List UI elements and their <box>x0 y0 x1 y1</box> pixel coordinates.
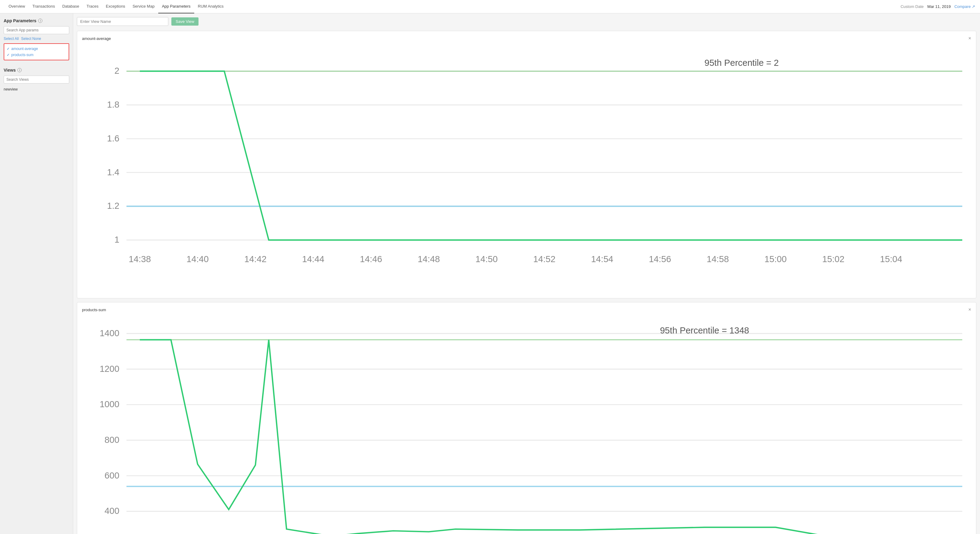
svg-text:400: 400 <box>105 506 119 516</box>
chart-container-amount-average: 2 1.8 1.6 1.4 1.2 1 14:38 14:40 14:42 14… <box>82 44 971 293</box>
svg-text:14:58: 14:58 <box>706 254 729 264</box>
svg-text:14:42: 14:42 <box>244 254 267 264</box>
chart-header-amount-average: amount-average × <box>82 36 971 41</box>
custom-date-value: Mar 11, 2019 <box>927 4 951 9</box>
svg-text:15:00: 15:00 <box>764 254 787 264</box>
nav-item-overview[interactable]: Overview <box>5 0 29 13</box>
svg-text:800: 800 <box>105 435 119 445</box>
views-section: Views i newview <box>4 68 69 93</box>
select-links: Select All Select None <box>4 37 69 41</box>
check-icon: ✓ <box>7 47 10 51</box>
app-params-info-icon[interactable]: i <box>38 19 42 23</box>
svg-text:1: 1 <box>115 235 119 245</box>
svg-text:1400: 1400 <box>100 329 119 339</box>
app-params-section: App Parameters i Select All Select None … <box>4 18 69 60</box>
search-app-params-input[interactable] <box>4 26 69 34</box>
svg-text:2: 2 <box>115 66 119 76</box>
param-list: ✓ amount-average ✓ products-sum <box>4 43 69 60</box>
svg-text:14:56: 14:56 <box>649 254 671 264</box>
svg-text:1.2: 1.2 <box>107 201 119 211</box>
svg-text:14:44: 14:44 <box>302 254 325 264</box>
save-view-bar: Save View <box>77 17 976 26</box>
chart-container-products-sum: 1400 1200 1000 800 600 400 14:38 14:40 1… <box>82 316 971 534</box>
content-area: Save View amount-average × 2 <box>73 13 980 534</box>
search-views-input[interactable] <box>4 76 69 84</box>
svg-text:95th Percentile = 1348: 95th Percentile = 1348 <box>660 326 749 335</box>
close-chart-amount-average-button[interactable]: × <box>969 36 971 41</box>
custom-date-label: Custom Date <box>900 4 924 9</box>
svg-text:600: 600 <box>105 470 119 480</box>
views-title-text: Views <box>4 68 16 73</box>
chart-svg-amount-average: 2 1.8 1.6 1.4 1.2 1 14:38 14:40 14:42 14… <box>82 44 971 293</box>
sidebar: App Parameters i Select All Select None … <box>0 13 73 534</box>
app-params-title-text: App Parameters <box>4 18 36 23</box>
nav-item-service-map[interactable]: Service Map <box>129 0 158 13</box>
svg-text:14:48: 14:48 <box>418 254 440 264</box>
nav-item-exceptions[interactable]: Exceptions <box>102 0 129 13</box>
chart-panel-amount-average: amount-average × 2 1.8 1.6 1.4 <box>77 31 976 299</box>
views-info-icon[interactable]: i <box>18 68 22 72</box>
save-view-button[interactable]: Save View <box>171 17 199 25</box>
svg-text:14:40: 14:40 <box>187 254 209 264</box>
top-navigation: Overview Transactions Database Traces Ex… <box>0 0 980 13</box>
svg-text:1200: 1200 <box>100 364 119 373</box>
views-title: Views i <box>4 68 69 73</box>
svg-text:15:02: 15:02 <box>822 254 845 264</box>
nav-item-traces[interactable]: Traces <box>83 0 102 13</box>
chart-title-products-sum: products-sum <box>82 308 106 312</box>
param-label-amount-average: amount-average <box>11 47 38 51</box>
param-label-products-sum: products-sum <box>11 53 33 57</box>
svg-text:14:50: 14:50 <box>476 254 498 264</box>
svg-text:1.6: 1.6 <box>107 134 119 143</box>
svg-text:14:46: 14:46 <box>360 254 382 264</box>
chart-header-products-sum: products-sum × <box>82 307 971 312</box>
param-item-amount-average[interactable]: ✓ amount-average <box>7 46 66 52</box>
nav-item-transactions[interactable]: Transactions <box>29 0 59 13</box>
svg-text:15:04: 15:04 <box>880 254 902 264</box>
svg-text:14:38: 14:38 <box>129 254 151 264</box>
select-all-link[interactable]: Select All <box>4 37 19 41</box>
view-item-newview[interactable]: newview <box>4 86 69 93</box>
svg-text:14:54: 14:54 <box>591 254 613 264</box>
svg-text:14:52: 14:52 <box>533 254 555 264</box>
chart-title-amount-average: amount-average <box>82 36 111 41</box>
compare-button[interactable]: Compare ↗ <box>955 4 975 9</box>
chart-panel-products-sum: products-sum × 1400 1200 1000 800 <box>77 302 976 534</box>
main-layout: App Parameters i Select All Select None … <box>0 13 980 534</box>
close-chart-products-sum-button[interactable]: × <box>969 307 971 312</box>
nav-item-database[interactable]: Database <box>59 0 83 13</box>
app-params-title: App Parameters i <box>4 18 69 23</box>
select-none-link[interactable]: Select None <box>21 37 41 41</box>
svg-text:1.4: 1.4 <box>107 167 119 177</box>
chart-svg-products-sum: 1400 1200 1000 800 600 400 14:38 14:40 1… <box>82 316 971 534</box>
nav-item-app-parameters[interactable]: App Parameters <box>158 0 194 13</box>
nav-right: Custom Date Mar 11, 2019 Compare ↗ <box>900 4 975 9</box>
svg-text:1000: 1000 <box>100 400 119 409</box>
view-name-input[interactable] <box>77 17 168 26</box>
check-icon: ✓ <box>7 53 10 57</box>
nav-items: Overview Transactions Database Traces Ex… <box>5 0 900 13</box>
param-item-products-sum[interactable]: ✓ products-sum <box>7 52 66 58</box>
svg-text:95th Percentile = 2: 95th Percentile = 2 <box>704 58 779 68</box>
svg-text:1.8: 1.8 <box>107 100 119 110</box>
nav-item-rum-analytics[interactable]: RUM Analytics <box>194 0 228 13</box>
